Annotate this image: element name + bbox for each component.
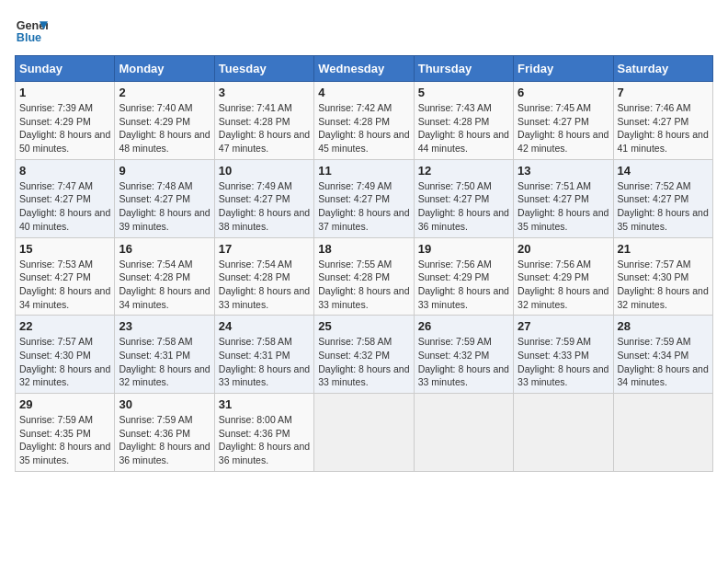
sunrise-text: Sunrise: 7:56 AM (418, 259, 492, 270)
daylight-text: Daylight: 8 hours and 34 minutes. (19, 285, 110, 310)
calendar-cell (414, 394, 513, 472)
day-info: Sunrise: 7:54 AM Sunset: 4:28 PM Dayligh… (119, 258, 210, 312)
daylight-text: Daylight: 8 hours and 36 minutes. (418, 207, 509, 232)
day-number: 19 (418, 242, 509, 256)
sunrise-text: Sunrise: 7:49 AM (219, 180, 292, 191)
sunset-text: Sunset: 4:28 PM (318, 116, 390, 127)
day-number: 18 (318, 242, 409, 256)
day-info: Sunrise: 7:49 AM Sunset: 4:27 PM Dayligh… (219, 179, 310, 234)
sunset-text: Sunset: 4:27 PM (219, 193, 290, 204)
daylight-text: Daylight: 8 hours and 36 minutes. (119, 441, 210, 465)
day-number: 16 (119, 242, 210, 256)
weekday-header-monday: Monday (115, 56, 214, 82)
sunrise-text: Sunrise: 7:55 AM (318, 259, 392, 270)
calendar-week-2: 8 Sunrise: 7:47 AM Sunset: 4:27 PM Dayli… (16, 159, 713, 237)
daylight-text: Daylight: 8 hours and 41 minutes. (618, 129, 709, 154)
daylight-text: Daylight: 8 hours and 32 minutes. (19, 363, 110, 388)
sunrise-text: Sunrise: 7:58 AM (219, 336, 292, 347)
calendar-cell: 2 Sunrise: 7:40 AM Sunset: 4:29 PM Dayli… (115, 82, 214, 160)
calendar-week-4: 22 Sunrise: 7:57 AM Sunset: 4:30 PM Dayl… (16, 316, 713, 394)
sunset-text: Sunset: 4:27 PM (19, 271, 91, 282)
daylight-text: Daylight: 8 hours and 33 minutes. (219, 363, 310, 388)
calendar-cell: 13 Sunrise: 7:51 AM Sunset: 4:27 PM Dayl… (514, 159, 613, 237)
calendar-cell: 6 Sunrise: 7:45 AM Sunset: 4:27 PM Dayli… (514, 82, 613, 160)
calendar-cell (514, 394, 613, 472)
sunset-text: Sunset: 4:29 PM (518, 271, 589, 282)
calendar-cell: 7 Sunrise: 7:46 AM Sunset: 4:27 PM Dayli… (613, 82, 712, 160)
calendar-cell: 23 Sunrise: 7:58 AM Sunset: 4:31 PM Dayl… (115, 316, 214, 394)
day-number: 26 (418, 319, 509, 333)
daylight-text: Daylight: 8 hours and 39 minutes. (119, 207, 210, 232)
page-header: General Blue (15, 15, 713, 48)
weekday-header-friday: Friday (514, 56, 613, 82)
calendar-cell: 16 Sunrise: 7:54 AM Sunset: 4:28 PM Dayl… (115, 237, 214, 316)
weekday-header-thursday: Thursday (414, 56, 513, 82)
sunrise-text: Sunrise: 7:41 AM (219, 102, 292, 113)
day-info: Sunrise: 7:58 AM Sunset: 4:31 PM Dayligh… (119, 335, 210, 389)
calendar-cell: 22 Sunrise: 7:57 AM Sunset: 4:30 PM Dayl… (16, 316, 115, 394)
day-number: 25 (318, 319, 409, 333)
calendar-cell: 30 Sunrise: 7:59 AM Sunset: 4:36 PM Dayl… (115, 394, 214, 472)
daylight-text: Daylight: 8 hours and 50 minutes. (19, 129, 110, 154)
sunrise-text: Sunrise: 7:50 AM (418, 180, 492, 191)
day-info: Sunrise: 7:56 AM Sunset: 4:29 PM Dayligh… (418, 258, 509, 312)
day-number: 20 (518, 242, 609, 256)
daylight-text: Daylight: 8 hours and 33 minutes. (418, 285, 509, 310)
sunrise-text: Sunrise: 7:45 AM (518, 102, 591, 113)
day-info: Sunrise: 7:47 AM Sunset: 4:27 PM Dayligh… (19, 179, 110, 234)
day-number: 12 (418, 164, 509, 178)
day-number: 24 (219, 319, 310, 333)
weekday-header-tuesday: Tuesday (214, 56, 313, 82)
calendar-cell: 9 Sunrise: 7:48 AM Sunset: 4:27 PM Dayli… (115, 159, 214, 237)
daylight-text: Daylight: 8 hours and 48 minutes. (119, 129, 210, 154)
calendar-cell (314, 394, 414, 472)
sunrise-text: Sunrise: 7:42 AM (318, 102, 392, 113)
daylight-text: Daylight: 8 hours and 35 minutes. (19, 441, 110, 465)
daylight-text: Daylight: 8 hours and 33 minutes. (318, 363, 409, 388)
sunset-text: Sunset: 4:30 PM (19, 350, 91, 361)
day-info: Sunrise: 7:58 AM Sunset: 4:31 PM Dayligh… (219, 335, 310, 389)
sunset-text: Sunset: 4:34 PM (618, 350, 689, 361)
calendar-cell: 8 Sunrise: 7:47 AM Sunset: 4:27 PM Dayli… (16, 159, 115, 237)
sunset-text: Sunset: 4:27 PM (618, 193, 689, 204)
sunset-text: Sunset: 4:27 PM (518, 193, 589, 204)
daylight-text: Daylight: 8 hours and 40 minutes. (19, 207, 110, 232)
calendar-table: SundayMondayTuesdayWednesdayThursdayFrid… (15, 55, 713, 472)
sunrise-text: Sunrise: 7:54 AM (219, 259, 292, 270)
sunset-text: Sunset: 4:36 PM (219, 428, 290, 439)
day-number: 21 (618, 242, 709, 256)
day-info: Sunrise: 7:50 AM Sunset: 4:27 PM Dayligh… (418, 179, 509, 234)
day-info: Sunrise: 7:46 AM Sunset: 4:27 PM Dayligh… (618, 101, 709, 155)
day-info: Sunrise: 7:59 AM Sunset: 4:36 PM Dayligh… (119, 413, 210, 467)
day-info: Sunrise: 7:57 AM Sunset: 4:30 PM Dayligh… (618, 258, 709, 312)
sunset-text: Sunset: 4:27 PM (618, 116, 689, 127)
sunrise-text: Sunrise: 7:51 AM (518, 180, 591, 191)
day-info: Sunrise: 7:56 AM Sunset: 4:29 PM Dayligh… (518, 258, 609, 312)
sunset-text: Sunset: 4:35 PM (19, 428, 91, 439)
sunset-text: Sunset: 4:27 PM (518, 116, 589, 127)
sunset-text: Sunset: 4:28 PM (418, 116, 490, 127)
calendar-cell: 25 Sunrise: 7:58 AM Sunset: 4:32 PM Dayl… (314, 316, 414, 394)
calendar-cell: 4 Sunrise: 7:42 AM Sunset: 4:28 PM Dayli… (314, 82, 414, 160)
sunset-text: Sunset: 4:30 PM (618, 271, 689, 282)
calendar-cell: 26 Sunrise: 7:59 AM Sunset: 4:32 PM Dayl… (414, 316, 513, 394)
sunrise-text: Sunrise: 7:57 AM (618, 259, 691, 270)
sunrise-text: Sunrise: 7:59 AM (518, 336, 591, 347)
sunrise-text: Sunrise: 7:46 AM (618, 102, 691, 113)
calendar-cell: 14 Sunrise: 7:52 AM Sunset: 4:27 PM Dayl… (613, 159, 712, 237)
sunrise-text: Sunrise: 7:59 AM (618, 336, 691, 347)
sunset-text: Sunset: 4:27 PM (19, 193, 91, 204)
day-number: 10 (219, 164, 310, 178)
daylight-text: Daylight: 8 hours and 36 minutes. (219, 441, 310, 465)
calendar-header: SundayMondayTuesdayWednesdayThursdayFrid… (16, 56, 713, 82)
day-number: 22 (19, 319, 110, 333)
day-number: 17 (219, 242, 310, 256)
calendar-cell: 24 Sunrise: 7:58 AM Sunset: 4:31 PM Dayl… (214, 316, 313, 394)
day-info: Sunrise: 7:52 AM Sunset: 4:27 PM Dayligh… (618, 179, 709, 234)
sunset-text: Sunset: 4:28 PM (318, 271, 390, 282)
day-number: 2 (119, 86, 210, 99)
day-info: Sunrise: 7:48 AM Sunset: 4:27 PM Dayligh… (119, 179, 210, 234)
day-info: Sunrise: 7:42 AM Sunset: 4:28 PM Dayligh… (318, 101, 409, 155)
sunset-text: Sunset: 4:27 PM (119, 193, 190, 204)
day-info: Sunrise: 7:39 AM Sunset: 4:29 PM Dayligh… (19, 101, 110, 155)
